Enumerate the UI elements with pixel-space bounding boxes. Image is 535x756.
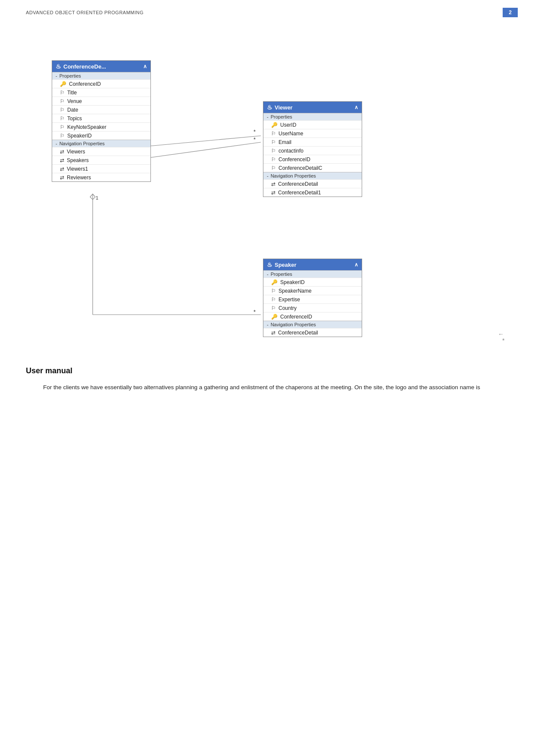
minus-icon: ‑ — [267, 173, 269, 178]
prop-icon: ⚐ — [60, 90, 65, 96]
section-navprops: ‑ Navigation Properties — [52, 140, 150, 147]
row-email: ⚐ Email — [263, 137, 362, 146]
section-navprops: ‑ Navigation Properties — [263, 321, 362, 328]
row-viewers1: ⇄ Viewers1 — [52, 164, 150, 173]
row-viewers: ⇄ Viewers — [52, 147, 150, 156]
prop-icon: ⚐ — [60, 116, 65, 122]
page-header: ADVANCED OBJECT ORIENTED PROGRAMMING 2 — [0, 0, 535, 22]
row-conferencedetail1: ⇄ ConferenceDetail1 — [263, 188, 362, 197]
row-speakerid: 🔑 SpeakerID — [263, 278, 362, 286]
row-keynotespeaker: ⚐ KeyNoteSpeaker — [52, 122, 150, 131]
svg-text:←: ← — [498, 331, 504, 337]
row-text: contactinfo — [278, 148, 303, 154]
nav-icon: ⇄ — [271, 330, 275, 336]
row-speakername: ⚐ SpeakerName — [263, 286, 362, 295]
prop-icon: ⚐ — [271, 148, 276, 154]
row-text: Topics — [67, 116, 82, 122]
key-icon: 🔑 — [271, 314, 278, 320]
row-text: Reviewers — [67, 175, 91, 181]
minus-icon: ‑ — [267, 272, 269, 277]
row-date: ⚐ Date — [52, 105, 150, 114]
row-conferenceid-speaker: 🔑 ConferenceID — [263, 312, 362, 321]
row-title: ⚐ Title — [52, 88, 150, 97]
prop-icon: ⚐ — [60, 107, 65, 113]
section-navprops: ‑ Navigation Properties — [263, 172, 362, 179]
minus-icon: ‑ — [56, 141, 57, 146]
prop-icon: ⚐ — [271, 305, 276, 311]
svg-text:1: 1 — [96, 195, 98, 200]
row-text: Title — [67, 90, 77, 96]
prop-icon: ⚐ — [271, 139, 276, 145]
row-text: ConferenceDetail — [278, 330, 318, 336]
collapse-icon[interactable]: ∧ — [354, 262, 358, 268]
nav-icon: ⇄ — [271, 181, 275, 187]
nav-icon: ⇄ — [60, 149, 64, 155]
entity-name: Viewer — [275, 104, 354, 111]
svg-text:*: * — [253, 136, 256, 143]
row-contactinfo: ⚐ contactinfo — [263, 146, 362, 155]
row-text: ConferenceID — [280, 314, 312, 320]
entity-conferencede-header: ♨ ConferenceDe... ∧ — [52, 61, 150, 72]
section-label: Navigation Properties — [271, 173, 316, 178]
nav-icon: ⇄ — [60, 175, 64, 181]
entity-name: ConferenceDe... — [63, 63, 143, 70]
row-country: ⚐ Country — [263, 303, 362, 312]
prop-icon: ⚐ — [271, 288, 276, 294]
row-text: ConferenceDetail1 — [278, 190, 321, 196]
minus-icon: ‑ — [56, 73, 57, 78]
row-conferencedetail: ⇄ ConferenceDetail — [263, 179, 362, 188]
nav-icon: ⇄ — [60, 166, 64, 172]
row-venue: ⚐ Venue — [52, 97, 150, 105]
row-conferencedetail-speaker: ⇄ ConferenceDetail — [263, 328, 362, 337]
text-section: User manual For the clients we have esse… — [0, 358, 535, 415]
key-icon: 🔑 — [271, 279, 278, 285]
row-text: SpeakerID — [67, 133, 92, 139]
section-label: Navigation Properties — [271, 322, 316, 327]
entity-viewer: ♨ Viewer ∧ ‑ Properties 🔑 UserID ⚐ UserN… — [263, 101, 362, 197]
row-speakers: ⇄ Speakers — [52, 156, 150, 164]
section-label: Navigation Properties — [59, 141, 105, 146]
prop-icon: ⚐ — [60, 133, 65, 139]
row-text: ConferenceID — [278, 156, 310, 162]
row-expertise: ⚐ Expertise — [263, 295, 362, 303]
section-label: Properties — [271, 272, 292, 277]
svg-text:*: * — [253, 128, 256, 135]
svg-marker-10 — [90, 194, 95, 200]
section-label: Properties — [271, 114, 292, 119]
row-text: UserID — [280, 122, 296, 128]
minus-icon: ‑ — [267, 322, 269, 327]
entity-speaker-header: ♨ Speaker ∧ — [263, 259, 362, 270]
entity-name: Speaker — [275, 262, 354, 268]
nav-icon: ⇄ — [271, 190, 275, 196]
row-conferenceid: ⚐ ConferenceID — [263, 155, 362, 163]
collapse-icon[interactable]: ∧ — [354, 104, 358, 110]
row-text: UserName — [278, 131, 303, 137]
row-conferenceid: 🔑 ConferenceID — [52, 79, 150, 88]
section-properties: ‑ Properties — [52, 72, 150, 79]
row-username: ⚐ UserName — [263, 129, 362, 137]
row-text: Country — [278, 305, 297, 311]
row-text: Viewers1 — [67, 166, 88, 172]
diagram-area: 1 * 1 * 1 * ← * ♨ ConferenceDe... ∧ ‑ Pr… — [26, 34, 509, 345]
row-text: Expertise — [278, 297, 300, 303]
key-icon: 🔑 — [271, 122, 278, 128]
prop-icon: ⚐ — [271, 131, 276, 137]
page-title: ADVANCED OBJECT ORIENTED PROGRAMMING — [26, 10, 144, 15]
entity-icon: ♨ — [267, 104, 272, 111]
row-conferencedetailc: ⚐ ConferenceDetailC — [263, 163, 362, 172]
row-text: ConferenceDetailC — [278, 165, 322, 171]
row-text: Speakers — [67, 157, 89, 163]
collapse-icon[interactable]: ∧ — [143, 63, 147, 69]
section-label: Properties — [59, 73, 81, 78]
section-properties: ‑ Properties — [263, 270, 362, 278]
section-title: User manual — [26, 366, 509, 375]
prop-icon: ⚐ — [60, 98, 65, 104]
prop-icon: ⚐ — [271, 156, 276, 162]
row-reviewers: ⇄ Reviewers — [52, 173, 150, 181]
row-text: ConferenceDetail — [278, 181, 318, 187]
row-text: KeyNoteSpeaker — [67, 124, 106, 130]
row-topics: ⚐ Topics — [52, 114, 150, 122]
row-text: Date — [67, 107, 78, 113]
row-text: ConferenceID — [69, 81, 101, 87]
entity-conferencede: ♨ ConferenceDe... ∧ ‑ Properties 🔑 Confe… — [52, 60, 151, 182]
